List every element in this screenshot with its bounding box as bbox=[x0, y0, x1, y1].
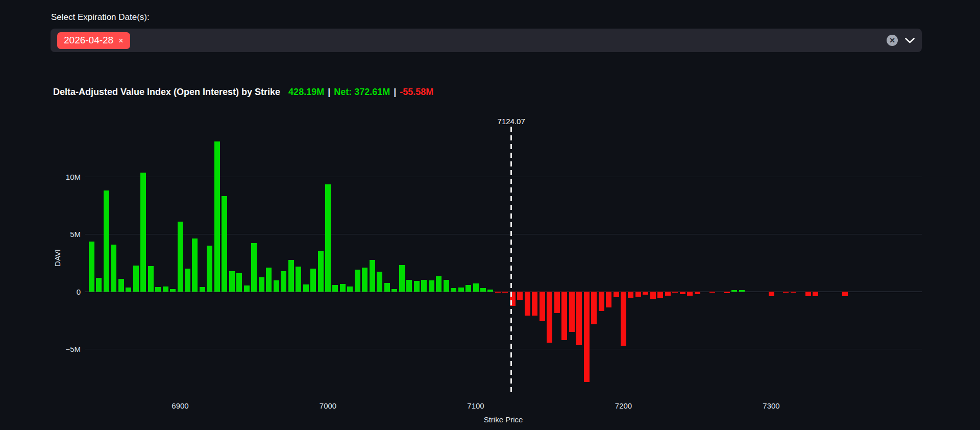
davi-bar[interactable] bbox=[643, 292, 648, 295]
stat-positive-total: 428.19M bbox=[288, 87, 324, 98]
davi-bar[interactable] bbox=[584, 292, 590, 382]
davi-bar[interactable] bbox=[259, 277, 264, 292]
davi-bar[interactable] bbox=[229, 271, 235, 291]
davi-bar[interactable] bbox=[133, 266, 139, 292]
davi-bar[interactable] bbox=[635, 292, 641, 297]
davi-bar[interactable] bbox=[525, 292, 530, 316]
davi-bar[interactable] bbox=[665, 292, 671, 296]
davi-bar[interactable] bbox=[281, 271, 286, 291]
davi-bar[interactable] bbox=[791, 292, 796, 293]
davi-bar[interactable] bbox=[200, 287, 205, 292]
davi-bar[interactable] bbox=[384, 283, 390, 292]
davi-bar[interactable] bbox=[155, 287, 161, 292]
davi-bar[interactable] bbox=[104, 190, 109, 292]
davi-bar[interactable] bbox=[687, 292, 693, 296]
davi-bar[interactable] bbox=[813, 292, 818, 296]
davi-bar[interactable] bbox=[406, 280, 412, 291]
davi-bar[interactable] bbox=[332, 285, 338, 291]
davi-bar[interactable] bbox=[222, 196, 227, 291]
davi-bar[interactable] bbox=[111, 245, 116, 292]
davi-bar[interactable] bbox=[451, 288, 456, 292]
davi-bar[interactable] bbox=[399, 265, 405, 292]
davi-bar[interactable] bbox=[650, 292, 656, 300]
davi-bar[interactable] bbox=[118, 279, 124, 292]
davi-bar[interactable] bbox=[148, 266, 154, 291]
davi-bar[interactable] bbox=[318, 251, 324, 292]
davi-bar[interactable] bbox=[599, 292, 604, 311]
clear-all-icon[interactable]: ✕ bbox=[887, 35, 898, 46]
davi-bar[interactable] bbox=[288, 260, 294, 292]
davi-bar[interactable] bbox=[769, 292, 774, 296]
davi-bar[interactable] bbox=[340, 284, 346, 292]
davi-bar[interactable] bbox=[532, 292, 537, 316]
davi-bar[interactable] bbox=[614, 292, 619, 297]
davi-bar[interactable] bbox=[214, 141, 220, 292]
davi-bar[interactable] bbox=[310, 269, 316, 292]
davi-bar[interactable] bbox=[436, 276, 442, 291]
davi-bar[interactable] bbox=[554, 292, 560, 314]
davi-bar[interactable] bbox=[303, 284, 309, 291]
davi-bar[interactable] bbox=[140, 173, 146, 291]
davi-bar[interactable] bbox=[621, 292, 626, 346]
davi-bar[interactable] bbox=[739, 290, 745, 291]
davi-bar[interactable] bbox=[296, 267, 301, 291]
davi-bar[interactable] bbox=[126, 288, 131, 292]
davi-bar[interactable] bbox=[576, 292, 582, 346]
davi-bar[interactable] bbox=[185, 269, 190, 292]
davi-bar[interactable] bbox=[473, 283, 479, 292]
davi-bar[interactable] bbox=[362, 268, 368, 292]
remove-tag-icon[interactable]: × bbox=[118, 37, 123, 45]
davi-bar[interactable] bbox=[672, 292, 678, 293]
davi-bar[interactable] bbox=[465, 285, 471, 291]
chevron-down-icon[interactable] bbox=[905, 38, 915, 43]
davi-bar[interactable] bbox=[266, 268, 272, 292]
davi-bar[interactable] bbox=[606, 292, 611, 307]
davi-bar[interactable] bbox=[458, 288, 464, 292]
davi-bar[interactable] bbox=[657, 292, 663, 298]
davi-bar[interactable] bbox=[502, 292, 508, 293]
davi-bar[interactable] bbox=[347, 286, 353, 292]
davi-bar[interactable] bbox=[487, 290, 493, 291]
davi-bar[interactable] bbox=[444, 280, 449, 291]
chart-title: Delta-Adjusted Value Index (Open Interes… bbox=[53, 87, 280, 98]
davi-bar[interactable] bbox=[495, 292, 501, 293]
davi-bar[interactable] bbox=[274, 280, 279, 291]
davi-bar[interactable] bbox=[783, 292, 789, 293]
davi-bar[interactable] bbox=[709, 292, 715, 293]
davi-bar[interactable] bbox=[178, 222, 183, 292]
davi-bar[interactable] bbox=[192, 238, 198, 291]
davi-bar[interactable] bbox=[517, 292, 523, 300]
davi-bar[interactable] bbox=[377, 272, 382, 291]
davi-bar[interactable] bbox=[480, 288, 486, 292]
davi-bar[interactable] bbox=[414, 281, 420, 291]
davi-bar[interactable] bbox=[429, 280, 434, 291]
davi-bar[interactable] bbox=[842, 292, 848, 296]
davi-bar[interactable] bbox=[591, 292, 597, 324]
davi-bar[interactable] bbox=[421, 280, 427, 291]
expiration-multiselect[interactable]: 2026-04-28 × ✕ bbox=[51, 29, 922, 52]
davi-bar[interactable] bbox=[628, 292, 633, 298]
davi-bar[interactable] bbox=[370, 260, 375, 292]
davi-bar[interactable] bbox=[207, 246, 212, 292]
davi-bar[interactable] bbox=[805, 292, 811, 296]
davi-bar[interactable] bbox=[325, 184, 331, 292]
davi-bar[interactable] bbox=[355, 270, 360, 292]
davi-bar[interactable] bbox=[680, 292, 685, 295]
davi-bar[interactable] bbox=[244, 285, 250, 291]
plot-area[interactable]: 10M5M0−5M690070007100720073007124.07 bbox=[85, 115, 922, 396]
davi-bar[interactable] bbox=[540, 292, 545, 321]
davi-bar[interactable] bbox=[561, 292, 567, 340]
davi-bar[interactable] bbox=[569, 292, 575, 332]
davi-bar[interactable] bbox=[89, 242, 94, 292]
davi-bar[interactable] bbox=[251, 243, 257, 291]
davi-bar[interactable] bbox=[724, 292, 730, 293]
davi-bar[interactable] bbox=[695, 292, 700, 295]
davi-bar[interactable] bbox=[391, 289, 397, 291]
davi-bar[interactable] bbox=[236, 273, 242, 292]
y-tick-label: −5M bbox=[65, 344, 81, 353]
davi-bar[interactable] bbox=[547, 292, 552, 343]
davi-bar[interactable] bbox=[731, 290, 737, 291]
davi-bar[interactable] bbox=[96, 278, 102, 292]
davi-bar[interactable] bbox=[170, 289, 176, 291]
davi-bar[interactable] bbox=[163, 286, 168, 292]
